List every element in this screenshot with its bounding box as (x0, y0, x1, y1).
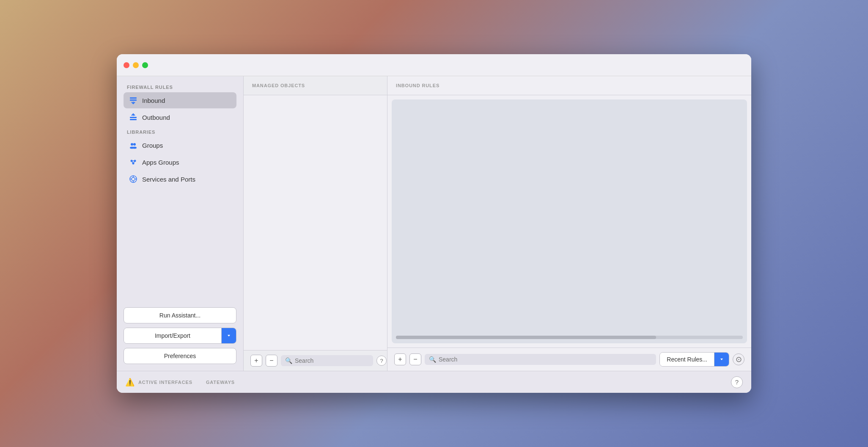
gateways-label: Gateways (206, 380, 235, 385)
gateways-tab[interactable]: Gateways (206, 380, 235, 385)
outbound-icon (129, 113, 138, 122)
traffic-lights (124, 62, 148, 68)
sidebar-item-groups-label: Groups (142, 142, 163, 149)
svg-rect-4 (130, 119, 137, 120)
services-ports-icon (129, 174, 138, 184)
svg-rect-1 (130, 99, 137, 101)
inbound-icon (129, 96, 138, 105)
sidebar-item-outbound-label: Outbound (142, 114, 170, 121)
sidebar-item-services-ports[interactable]: Services and Ports (124, 171, 236, 187)
sidebar: Firewall Rules Inbound (117, 76, 244, 371)
more-options-button[interactable]: ⊙ (733, 353, 744, 365)
svg-point-9 (132, 147, 137, 149)
svg-point-17 (132, 177, 135, 181)
sidebar-item-apps-groups-label: Apps Groups (142, 159, 179, 166)
add-rule-button[interactable]: + (394, 353, 406, 365)
recent-rules-wrapper: Recent Rules... (659, 352, 729, 367)
managed-objects-help-button[interactable]: ? (376, 356, 387, 366)
horizontal-scrollbar[interactable] (396, 336, 743, 339)
managed-objects-panel: Managed Objects + − 🔍 ? (244, 76, 387, 371)
warning-icon: ⚠️ (125, 378, 135, 387)
remove-managed-object-button[interactable]: − (266, 355, 277, 367)
recent-rules-dropdown-button[interactable] (714, 353, 729, 366)
firewall-rules-label: Firewall Rules (124, 85, 236, 90)
maximize-button[interactable] (142, 62, 148, 68)
sidebar-item-outbound[interactable]: Outbound (124, 109, 236, 125)
import-export-button[interactable]: Import/Export (124, 328, 221, 343)
chevron-down-icon-recent (720, 357, 724, 361)
inbound-search-icon: 🔍 (429, 356, 436, 363)
managed-objects-body (244, 95, 387, 350)
libraries-section: Libraries Groups (117, 130, 243, 188)
inbound-rules-header: Inbound Rules (387, 76, 751, 95)
managed-objects-search-input[interactable] (295, 357, 369, 364)
inbound-search-box[interactable]: 🔍 (425, 354, 656, 365)
minimize-button[interactable] (133, 62, 139, 68)
sidebar-item-groups[interactable]: Groups (124, 137, 236, 153)
firewall-rules-section: Firewall Rules Inbound (117, 85, 243, 126)
chevron-down-icon (227, 334, 231, 338)
inbound-rules-body (392, 99, 747, 343)
add-managed-object-button[interactable]: + (250, 355, 262, 367)
run-assistant-button[interactable]: Run Assistant... (124, 307, 236, 323)
inbound-rules-panel: Inbound Rules + − 🔍 Recent Rules... (387, 76, 751, 371)
search-icon: 🔍 (285, 357, 292, 364)
sidebar-item-inbound-label: Inbound (142, 97, 165, 104)
apps-groups-icon (129, 157, 138, 167)
sidebar-item-inbound[interactable]: Inbound (124, 92, 236, 108)
svg-rect-0 (130, 97, 137, 99)
inbound-search-input[interactable] (439, 356, 652, 363)
sidebar-item-apps-groups[interactable]: Apps Groups (124, 154, 236, 170)
preferences-button[interactable]: Preferences (124, 348, 236, 364)
groups-icon (129, 141, 138, 150)
svg-point-6 (131, 143, 133, 146)
svg-point-7 (133, 143, 136, 146)
active-interfaces-tab[interactable]: ⚠️ Active Interfaces (125, 378, 192, 387)
active-interfaces-label: Active Interfaces (138, 380, 192, 385)
managed-objects-footer: + − 🔍 ? (244, 350, 387, 371)
main-content: Firewall Rules Inbound (117, 76, 751, 371)
managed-objects-search-box[interactable]: 🔍 (281, 355, 373, 366)
inbound-rules-footer: + − 🔍 Recent Rules... ⊙ (387, 348, 751, 371)
main-window: Firewall Rules Inbound (117, 54, 751, 393)
sidebar-item-services-ports-label: Services and Ports (142, 176, 195, 183)
import-export-wrapper: Import/Export (124, 328, 236, 344)
help-button[interactable]: ? (731, 376, 743, 388)
scrollbar-thumb (396, 336, 656, 339)
close-button[interactable] (124, 62, 129, 68)
title-bar (117, 54, 751, 76)
recent-rules-button[interactable]: Recent Rules... (660, 353, 714, 366)
libraries-label: Libraries (124, 130, 236, 135)
remove-rule-button[interactable]: − (409, 353, 421, 365)
sidebar-buttons: Run Assistant... Import/Export Preferenc… (117, 301, 243, 371)
managed-objects-header: Managed Objects (244, 76, 387, 95)
svg-rect-3 (130, 117, 137, 118)
import-export-dropdown-button[interactable] (221, 328, 236, 343)
bottom-bar: ⚠️ Active Interfaces Gateways ? (117, 371, 751, 393)
